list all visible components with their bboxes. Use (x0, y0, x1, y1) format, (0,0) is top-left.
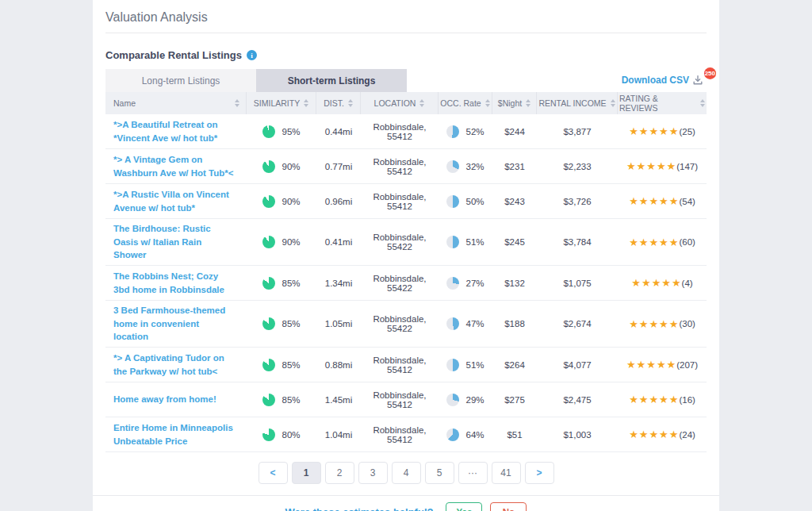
listing-name-link[interactable]: *>A Beautiful Retreat on *Vincent Ave w/… (113, 118, 236, 144)
table-row: 3 Bed Farmhouse-themed home in convenien… (105, 301, 707, 348)
occupancy-value: 51% (465, 360, 484, 370)
column-header-rental-income[interactable]: RENTAL INCOME (537, 92, 618, 114)
similarity-cell: 90% (247, 192, 316, 211)
similarity-cell: 90% (247, 232, 316, 252)
occupancy-cell: 50% (439, 192, 492, 211)
tab-short-term-listings[interactable]: Short-term Listings (256, 69, 407, 92)
info-icon[interactable]: i (247, 50, 257, 60)
pagination-page-3[interactable]: 3 (358, 462, 388, 484)
star-icon: ★ (639, 428, 649, 440)
listing-name-link[interactable]: *>A Rustic Villa on Vincent Avenue w/ ho… (113, 188, 236, 214)
pagination-ellipsis[interactable]: ··· (458, 462, 488, 484)
table-row: The Birdhouse: Rustic Oasis w/ Italian R… (105, 219, 707, 266)
pagination-prev-button[interactable]: < (259, 462, 288, 484)
column-header-occ-rate[interactable]: OCC. Rate (439, 92, 492, 114)
star-icon: ★ (657, 359, 667, 371)
occupancy-cell: 27% (439, 274, 492, 293)
star-icon: ★ (661, 277, 672, 289)
listing-name-link[interactable]: Home away from home! (113, 393, 216, 406)
occupancy-pie-icon (446, 359, 459, 371)
listing-name-link[interactable]: Entire Home in Minneapolis Unbeatable Pr… (113, 421, 236, 448)
occupancy-value: 27% (465, 279, 484, 288)
review-count: (24) (679, 430, 695, 440)
star-icon: ★ (629, 125, 639, 137)
pagination-page-5[interactable]: 5 (425, 462, 454, 484)
sort-icon (304, 99, 308, 107)
similarity-cell: 85% (247, 274, 316, 293)
review-count: (16) (679, 395, 695, 405)
sort-icon (485, 99, 490, 107)
star-icon: ★ (669, 394, 680, 405)
table-row: *> A Captivating Tudor on the Parkway w/… (105, 348, 707, 382)
pagination-page-41[interactable]: 41 (492, 462, 521, 484)
review-count: (60) (679, 237, 695, 247)
pagination-page-4[interactable]: 4 (392, 462, 421, 484)
location-value: Robbinsdale, 55412 (361, 154, 439, 179)
occupancy-value: 32% (465, 162, 484, 171)
feedback-no-button[interactable]: No (490, 502, 527, 511)
column-header-night-price[interactable]: $Night (492, 92, 537, 114)
occupancy-pie-icon (446, 317, 459, 330)
similarity-pie-icon (262, 125, 275, 138)
listing-name-link[interactable]: 3 Bed Farmhouse-themed home in convenien… (113, 304, 236, 344)
listing-name-link[interactable]: *> A Vintage Gem on Washburn Ave w/ Hot … (113, 153, 236, 179)
similarity-pie-icon (262, 195, 275, 208)
star-icon: ★ (657, 160, 667, 172)
pagination-next-button[interactable]: > (525, 462, 554, 484)
similarity-cell: 80% (247, 425, 316, 444)
listing-name-link[interactable]: The Birdhouse: Rustic Oasis w/ Italian R… (113, 222, 236, 262)
star-icon: ★ (659, 428, 669, 440)
column-header-similarity[interactable]: SIMILARITY (247, 92, 316, 114)
tab-long-term-listings[interactable]: Long-term Listings (105, 69, 256, 92)
distance-value: 1.04mi (316, 427, 361, 443)
star-icon: ★ (646, 359, 657, 371)
star-icon: ★ (669, 236, 680, 248)
star-icon: ★ (642, 277, 652, 289)
location-value: Robbinsdale, 55422 (361, 311, 439, 336)
star-icon: ★ (646, 160, 657, 172)
occupancy-pie-icon (446, 428, 459, 441)
rental-income-value: $2,674 (537, 316, 618, 332)
listing-name-link[interactable]: The Robbins Nest; Cozy 3bd home in Robbi… (113, 270, 236, 296)
rental-income-value: $3,726 (537, 194, 618, 209)
rental-income-value: $1,075 (537, 275, 618, 291)
night-price-value: $132 (492, 275, 537, 291)
table-row: Home away from home! 85% 1.45mi Robbinsd… (105, 382, 707, 417)
similarity-value: 90% (282, 237, 300, 247)
review-count: (25) (679, 127, 695, 136)
night-price-value: $188 (492, 316, 537, 332)
similarity-value: 90% (282, 162, 300, 171)
occupancy-pie-icon (446, 160, 459, 173)
review-count: (54) (679, 197, 695, 206)
pagination-page-1[interactable]: 1 (292, 462, 321, 484)
night-price-value: $264 (492, 357, 537, 373)
column-header-location[interactable]: LOCATION (361, 92, 439, 114)
occupancy-cell: 51% (439, 355, 492, 375)
star-icon: ★ (629, 318, 639, 330)
column-header-dist[interactable]: DIST. (316, 92, 361, 114)
column-header-rating-reviews[interactable]: RATING & REVIEWS (618, 92, 707, 114)
occupancy-cell: 64% (439, 425, 492, 444)
star-icon: ★ (639, 125, 649, 137)
star-icon: ★ (667, 359, 677, 371)
location-value: Robbinsdale, 55412 (361, 387, 439, 413)
star-rating-icons: ★★★★★ (629, 237, 679, 248)
rental-income-value: $1,003 (537, 427, 618, 443)
listing-name-cell: *>A Rustic Villa on Vincent Avenue w/ ho… (105, 185, 247, 217)
feedback-yes-button[interactable]: Yes (446, 502, 482, 511)
listing-name-link[interactable]: *> A Captivating Tudor on the Parkway w/… (113, 352, 236, 378)
star-icon: ★ (626, 359, 637, 371)
rental-income-value: $3,877 (537, 124, 618, 140)
similarity-pie-icon (262, 236, 275, 248)
distance-value: 0.88mi (316, 357, 361, 373)
column-header-name[interactable]: Name (105, 92, 247, 114)
star-icon: ★ (639, 236, 649, 248)
pagination-page-2[interactable]: 2 (325, 462, 354, 484)
similarity-value: 85% (282, 395, 300, 405)
pagination: <12345···41> (105, 462, 707, 484)
download-csv-link[interactable]: Download CSV 250 (622, 75, 703, 86)
similarity-cell: 85% (247, 314, 316, 333)
similarity-value: 85% (282, 319, 300, 328)
download-icon (692, 75, 703, 86)
listing-name-cell: Home away from home! (105, 390, 247, 409)
